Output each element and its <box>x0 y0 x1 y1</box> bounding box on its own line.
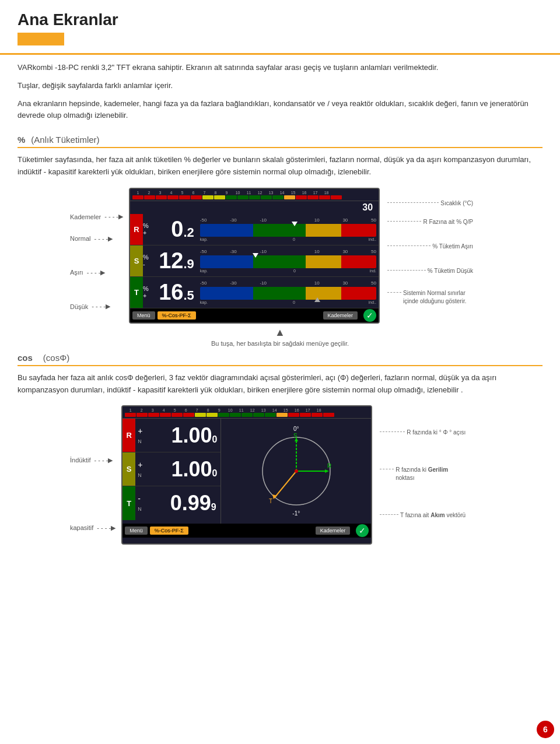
cos-menu-btn-cos[interactable]: %-Cos-PF-Σ <box>150 527 188 535</box>
step-box-d1-1 <box>132 195 144 199</box>
temp-row: 30 <box>130 201 379 214</box>
device2-container: İndüktif - - - -▶ kapasitif - - - -▶ 123… <box>70 405 490 545</box>
gauge-bottom-T: kap.0ind.. <box>200 300 376 304</box>
svg-text:R: R <box>327 463 331 469</box>
right-akim-text: T fazına ait Akım vektörü <box>400 511 466 520</box>
intro-text-2: Tuşlar, değişik sayfalarda farklı anlaml… <box>18 80 542 92</box>
svg-point-10 <box>295 469 298 473</box>
menu-btn-kademeler[interactable]: Kademeler <box>323 311 358 320</box>
right-label-normal-sinir: Sistemin Normal sınırlar içinde olduğunu… <box>386 289 473 306</box>
menu-bar-2: Menü %-Cos-PF-Σ Kademeler ✓ <box>123 524 371 538</box>
gauge-bar-S <box>200 255 376 268</box>
step-box-d1-13 <box>272 195 284 199</box>
right-label-temp: Sıcaklık (°C) <box>386 199 473 208</box>
steps-container: 12345 678910 1112131415 161718 <box>130 189 379 201</box>
induktif-label-row: İndüktif - - - -▶ <box>70 443 116 477</box>
step-box-d2-2 <box>136 413 148 417</box>
cos-menu-check-btn[interactable]: ✓ <box>356 524 369 537</box>
asiri-label: Aşırı <box>70 269 83 276</box>
right-phi-text: R fazında ki ° Φ ° açısı <box>407 429 466 437</box>
step-box-d1-18 <box>331 195 342 199</box>
cos-value-R: 1.000 <box>145 423 220 448</box>
cos-menu-btn-menu[interactable]: Menü <box>125 527 148 535</box>
vector-area: 0° S R T <box>221 419 371 524</box>
gauge-S: -50-30-10 103050 kap.0ind. <box>198 248 379 274</box>
step-box-d2-6 <box>183 413 194 417</box>
step-box-d1-11 <box>249 195 260 199</box>
section1-desc: Tüketimler sayfasında, her faza ait anlı… <box>18 154 542 178</box>
step-box-d2-17 <box>312 413 323 417</box>
right-gerilim-text: R fazında ki Gerilim noktası <box>396 466 466 482</box>
step-box-d2-9 <box>218 413 229 417</box>
step-box-d2-1 <box>125 413 136 417</box>
step-box-d2-16 <box>300 413 311 417</box>
step-box-d1-8 <box>214 195 225 199</box>
step-box-d2-7 <box>195 413 206 417</box>
gauge-arrow-S <box>253 253 258 258</box>
cos-menu-btn-kademeler[interactable]: Kademeler <box>316 527 351 535</box>
device1-note: Bu tuşa, her basılışta bir sağdaki menüy… <box>18 340 542 347</box>
device1-screen: 12345 678910 1112131415 161718 30 R %+ 0… <box>129 188 380 324</box>
normal-label: Normal <box>70 235 90 242</box>
phase-value-T: 16.5 <box>151 280 198 305</box>
device2-left-labels: İndüktif - - - -▶ kapasitif - - - -▶ <box>70 405 121 545</box>
intro-text-3: Ana ekranların hepsinde, kademeler, hang… <box>18 98 542 122</box>
cos-phase-badge-S: S <box>123 452 135 486</box>
steps-num-row: 12345 678910 1112131415 161718 <box>132 191 376 195</box>
step-box-d1-12 <box>261 195 272 199</box>
cos-phase-R: R +N 1.000 <box>123 419 220 452</box>
menu-btn-menu[interactable]: Menü <box>132 311 155 320</box>
device1-left-labels: Kademeler - - - -▶ Normal - - - -▶ Aşırı… <box>70 188 129 324</box>
temp-value: 30 <box>362 202 373 213</box>
right-label-rfazina: R Fazına ait % Q/P <box>386 218 473 226</box>
gauge-R: -50-30-10 103050 kap.0ind.. <box>198 216 379 243</box>
step-box-d2-15 <box>288 413 299 417</box>
device2-right-labels: R fazında ki ° Φ ° açısı R fazında ki Ge… <box>372 405 466 545</box>
phase-badge-T: T <box>130 277 143 308</box>
normal-label-row: Normal - - - -▶ <box>70 223 123 254</box>
step-box-d1-17 <box>319 195 330 199</box>
section2-header: cos (cosΦ) <box>18 353 542 366</box>
page-header: Ana Ekranlar <box>0 0 560 55</box>
step-box-d1-2 <box>144 195 155 199</box>
kademeler-label-row: Kademeler - - - -▶ <box>70 206 123 220</box>
induktif-label: İndüktif <box>70 457 90 464</box>
empty-label-row <box>70 477 116 511</box>
phase-row-R: R %+ 0.2 -50-30-10 103050 kap.0ind.. <box>130 214 379 245</box>
svg-text:T: T <box>269 498 272 504</box>
cos-sign-T: -N <box>135 494 144 513</box>
phase-percent-T: %+ <box>143 285 151 299</box>
page-number: 6 <box>537 721 554 738</box>
step-box-d2-3 <box>148 413 159 417</box>
gauge-scale-R: -50-30-10 103050 <box>200 217 376 223</box>
device1-right-labels: Sıcaklık (°C) R Fazına ait % Q/P % Tüket… <box>380 188 473 324</box>
cos-sign-S: +N <box>135 460 145 479</box>
menu-btn-cos[interactable]: %-Cos-PF-Σ <box>158 311 196 320</box>
cos-value-T: 0.999 <box>144 491 220 515</box>
step-box-d2-12 <box>253 413 264 417</box>
menu-check-btn[interactable]: ✓ <box>363 309 376 322</box>
section2-desc: Bu sayfada her faza ait anlık cosΦ değer… <box>18 372 542 396</box>
step-box-d1-6 <box>191 195 202 199</box>
right-label-tuketim-dusuk: % Tüketim Düşük <box>386 267 473 275</box>
step-box-d2-4 <box>160 413 171 417</box>
right-label-gerilim: R fazında ki Gerilim noktası <box>378 466 466 482</box>
angle-top: 0° <box>293 426 299 432</box>
intro-text-1: VARkombi -18-PC renkli 3,2" TFT ekrana s… <box>18 62 542 74</box>
cos-sign-R: +N <box>135 426 145 445</box>
gauge-bottom-S: kap.0ind. <box>200 269 376 273</box>
right-label-phi: R fazında ki ° Φ ° açısı <box>378 429 466 437</box>
dusuk-label: Düşük <box>70 303 88 310</box>
step-box-d1-4 <box>167 195 178 199</box>
section1-title-right: (Anlık Tüketimler) <box>31 135 99 145</box>
right-label-tuketim-asiri: % Tüketim Aşırı <box>386 243 473 251</box>
right-rfazina-text: R Fazına ait % Q/P <box>423 218 473 226</box>
step-box-d1-3 <box>156 195 167 199</box>
phase-badge-S: S <box>130 245 143 276</box>
device1-note-area: ▲ Bu tuşa, her basılışta bir sağdaki men… <box>18 327 542 347</box>
dusuk-label-row: Düşük - - - -▶ <box>70 291 123 322</box>
kademeler-label: Kademeler <box>70 213 101 220</box>
gauge-bar-T <box>200 287 376 300</box>
asiri-label-row: Aşırı - - - -▶ <box>70 257 123 288</box>
phase-badge-R: R <box>130 214 143 245</box>
